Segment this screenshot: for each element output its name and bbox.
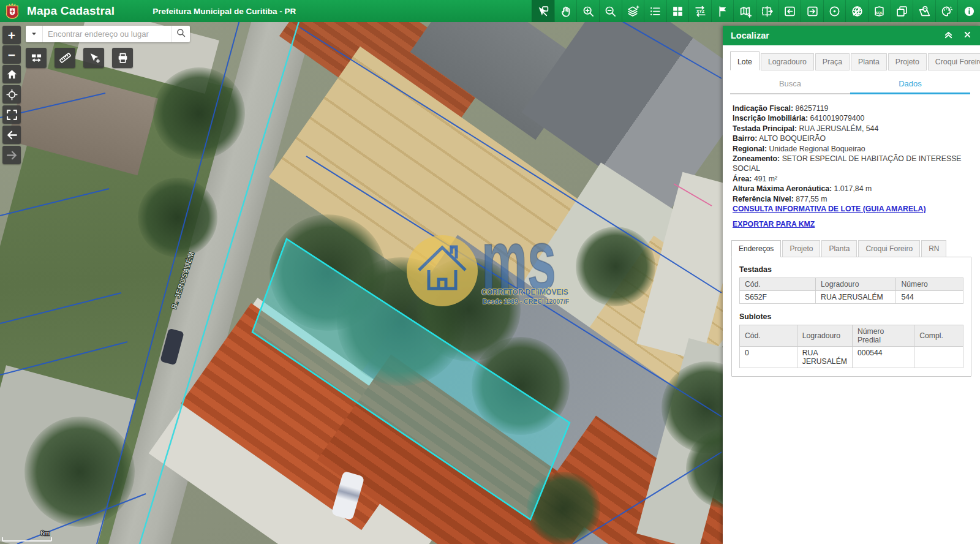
curitiba-crest-logo [5,2,20,20]
collapse-panel-button[interactable] [943,29,954,42]
sublotes-title: Sublotes [739,312,963,321]
column-header: Número [896,278,963,291]
tab-lote[interactable]: Lote [730,51,760,70]
feature-tabs: Lote Logradouro Praça Planta Projeto Cro… [730,53,973,70]
lot-data-fields: Indicação Fiscal: 86257119 Inscrição Imo… [733,104,971,204]
search-button[interactable] [172,26,190,42]
field-area: Área: 491 m² [733,174,971,184]
tab-praca[interactable]: Praça [815,53,850,70]
field-regional: Regional: Unidade Regional Boqueirao [733,144,971,154]
map-nav-buttons [2,65,21,166]
column-header: Cód. [740,278,816,291]
search-source-dropdown[interactable] [26,26,43,42]
streetview-globe-icon[interactable] [845,0,868,22]
default-extent-icon[interactable] [823,0,846,22]
tab-rn[interactable]: RN [921,240,946,257]
chevron-down-icon [31,29,37,40]
field-testada-principal: Testada Principal: RUA JERUSALÉM, 544 [733,124,971,134]
busca-dados-subtabs: Busca Dados [730,74,970,94]
arrow-back-button[interactable] [2,126,21,144]
field-indicacao-fiscal: Indicação Fiscal: 86257119 [733,104,971,113]
enderecos-content: Testadas Cód. Logradouro Número S652F RU… [731,257,971,377]
bookmark-flag-icon[interactable] [711,0,734,22]
testadas-title: Testadas [739,265,963,274]
measure-ruler-button[interactable] [55,48,75,68]
field-bairro: Bairro: ALTO BOQUEIRÃO [733,134,971,143]
legend-list-icon[interactable] [644,0,666,22]
app-title: Mapa Cadastral [27,4,115,18]
compare-swipe-button[interactable] [26,48,47,68]
consulta-informativa-link[interactable]: CONSULTA INFORMATIVA DE LOTE (GUIA AMARE… [733,205,971,213]
localizar-panel: Localizar Lote Logradouro Praça Planta [723,26,980,544]
layers-add-icon[interactable] [622,0,644,22]
field-inscricao-imobiliaria: Inscrição Imobiliária: 6410019079400 [733,113,971,123]
testadas-table: Cód. Logradouro Número S652F RUA JERUSAL… [739,278,963,304]
app-header: Mapa Cadastral Prefeitura Municipal de C… [0,0,980,22]
home-button[interactable] [2,65,21,83]
copy-features-icon[interactable] [891,0,913,22]
close-panel-button[interactable] [963,30,972,41]
field-referencia-nivel: Referência Nível: 877,55 m [733,194,971,204]
info-icon[interactable] [957,0,980,22]
hand-pan-icon[interactable] [554,0,577,22]
svg-text:SQL: SQL [876,10,884,14]
swipe-tool-icon[interactable] [756,0,778,22]
full-extent-button[interactable] [2,105,21,124]
tab-enderecos[interactable]: Endereços [731,240,781,257]
map-tree [138,178,217,257]
double-chevron-up-icon [943,29,954,42]
column-header: Número Predial [852,325,914,347]
theme-palette-icon[interactable] [935,0,958,22]
map-tree [153,67,245,159]
search-input[interactable] [43,26,172,42]
column-header: Logradouro [797,325,852,347]
sql-query-icon[interactable]: SQL [868,0,891,22]
previous-extent-icon[interactable] [778,0,801,22]
zoom-out-icon[interactable] [599,0,622,22]
zoom-in-button[interactable]: + [2,26,21,44]
tab-projeto-inner[interactable]: Projeto [782,240,820,257]
close-icon [963,30,972,41]
tab-planta-inner[interactable]: Planta [821,240,857,257]
next-extent-icon[interactable] [801,0,823,22]
svg-text:XYZ: XYZ [696,9,704,13]
zoom-controls: + − [2,26,21,66]
locate-button[interactable] [2,85,21,104]
tab-croqui-foreiro[interactable]: Croqui Foreiro [928,53,980,70]
zoom-in-icon[interactable] [576,0,599,22]
field-zoneamento: Zoneamento: SETOR ESPECIAL DE HABITAÇÃO … [733,154,971,174]
app-subtitle: Prefeitura Municipal de Curitiba - PR [153,7,296,16]
table-row[interactable]: S652F RUA JERUSALÉM 544 [740,291,963,304]
panel-header: Localizar [723,26,980,45]
tab-logradouro[interactable]: Logradouro [761,53,814,70]
arrow-forward-button [2,146,21,164]
panel-title: Localizar [731,31,769,40]
map-tree [576,227,655,306]
xyz-coordinates-icon[interactable]: XYZ [688,0,711,22]
column-header: Compl. [914,325,963,347]
tab-planta[interactable]: Planta [851,53,887,70]
pointer-map-icon[interactable] [532,0,554,22]
header-toolbar: XYZSQL [532,0,980,22]
tab-projeto[interactable]: Projeto [888,53,927,70]
map-tree [527,472,600,544]
area-locate-icon[interactable] [913,0,935,22]
sublotes-table: Cód. Logradouro Número Predial Compl. 0 … [739,325,963,368]
map-tool-buttons [26,48,133,68]
table-row[interactable]: 0 RUA JERUSALÉM 000544 [740,347,963,368]
column-header: Cód. [740,325,797,347]
basemap-grid-icon[interactable] [666,0,689,22]
tab-croqui-foreiro-inner[interactable]: Croqui Foreiro [858,240,920,257]
print-button[interactable] [112,48,133,68]
field-altura-maxima: Altura Máxima Aeronáutica: 1.017,84 m [733,184,971,194]
exportar-kmz-link[interactable]: EXPORTAR PARA KMZ [733,220,971,229]
subtab-dados[interactable]: Dados [850,74,970,94]
map-tree [24,417,135,527]
detail-tabs: Endereços Projeto Planta Croqui Foreiro … [731,240,973,257]
map-tree [472,337,570,435]
search-bar [26,26,190,42]
zoom-out-button[interactable]: − [2,45,21,64]
map-add-icon[interactable] [733,0,756,22]
subtab-busca[interactable]: Busca [730,74,850,94]
select-plus-button[interactable] [83,48,104,68]
